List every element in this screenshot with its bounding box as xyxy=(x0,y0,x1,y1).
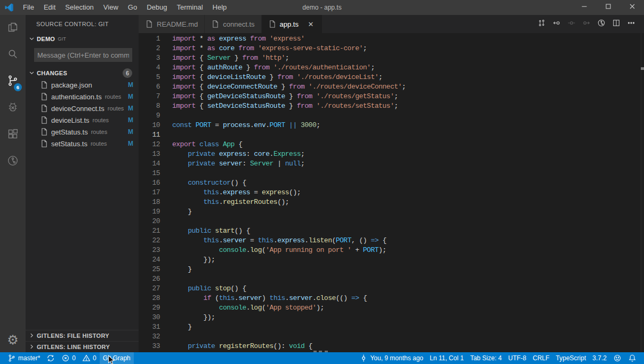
activity-item-debug[interactable] xyxy=(0,95,26,122)
code-line[interactable]: 24 }); xyxy=(139,255,644,265)
status-0[interactable]: 0 xyxy=(79,352,100,364)
code-line[interactable]: 31 } xyxy=(139,322,644,332)
status-typescript[interactable]: TypeScript xyxy=(553,352,590,364)
file-row-package.json[interactable]: package.jsonM xyxy=(26,79,139,91)
menu-edit[interactable]: Edit xyxy=(39,0,60,15)
code-line[interactable]: 30 }); xyxy=(139,313,644,322)
code-line[interactable]: 8import { setDeviceStatusRoute } from '.… xyxy=(139,101,644,111)
git-graph-view-button[interactable] xyxy=(594,17,609,31)
tab-connect.ts[interactable]: connect.ts xyxy=(205,15,261,33)
code-line[interactable]: 22 this.server = this.express.listen(POR… xyxy=(139,236,644,246)
maximize-icon xyxy=(604,2,613,13)
code-line[interactable]: 15 xyxy=(139,169,644,178)
menu-view[interactable]: View xyxy=(99,0,123,15)
split-editor-button[interactable] xyxy=(609,17,624,31)
code-line[interactable]: 7import { getDeviceStatusRoute } from '.… xyxy=(139,92,644,101)
git-status-badge: M xyxy=(128,105,133,112)
code-line[interactable]: 11 xyxy=(139,130,644,140)
status-notifications-bell[interactable] xyxy=(625,352,640,364)
code-line[interactable]: 1import * as express from 'express' xyxy=(139,34,644,44)
clipped-line-fragment xyxy=(313,351,317,352)
activity-item-explorer[interactable] xyxy=(0,15,26,42)
code-line[interactable]: 9 xyxy=(139,111,644,121)
file-icon xyxy=(40,128,49,136)
tab-app.ts[interactable]: app.ts✕ xyxy=(262,15,323,33)
more-actions-button[interactable] xyxy=(624,17,639,31)
code-line[interactable]: 23 console.log('App running on port ' + … xyxy=(139,246,644,255)
status-git-graph[interactable]: Git Graph xyxy=(100,352,134,364)
file-row-getStatus.ts[interactable]: getStatus.tsroutesM xyxy=(26,126,139,138)
code-line[interactable]: 5import { deviceListRoute } from './rout… xyxy=(139,73,644,82)
activity-item-source-control[interactable]: 6 xyxy=(0,68,26,95)
code-line[interactable]: 12export class App { xyxy=(139,140,644,149)
vscode-logo-icon xyxy=(4,3,14,12)
code-line[interactable]: 25 } xyxy=(139,265,644,274)
code-line[interactable]: 21 public start() { xyxy=(139,226,644,236)
code-line[interactable]: 13 private express: core.Express; xyxy=(139,149,644,159)
code-line[interactable]: 17 this.express = express(); xyxy=(139,188,644,197)
code-line[interactable]: 28 if (this.server) this.server.close(()… xyxy=(139,294,644,303)
status-utf-8[interactable]: UTF-8 xyxy=(505,352,529,364)
maximize-window-button[interactable] xyxy=(596,0,620,15)
changes-section-header[interactable]: CHANGES 6 xyxy=(26,67,139,79)
code-line[interactable]: 32 xyxy=(139,332,644,342)
code-line[interactable]: 3import { Server } from 'http'; xyxy=(139,53,644,63)
activity-item-extensions[interactable] xyxy=(0,122,26,148)
status-you-9-months-ago[interactable]: You, 9 months ago xyxy=(356,352,426,364)
code-editor[interactable]: 1import * as express from 'express'2impo… xyxy=(139,33,644,352)
menu-selection[interactable]: Selection xyxy=(60,0,98,15)
gitlens-file-history-panel[interactable]: GITLENS: FILE HISTORY xyxy=(26,330,139,341)
code-line[interactable]: 29 console.log('App stopped'); xyxy=(139,303,644,313)
minimize-window-button[interactable] xyxy=(572,0,596,15)
editor-group: README.mdconnect.tsapp.ts✕ 1import * as … xyxy=(139,15,644,352)
previous-diff-button xyxy=(564,17,579,31)
code-line[interactable]: 4import { authRoute } from './routes/aut… xyxy=(139,63,644,73)
status-crlf[interactable]: CRLF xyxy=(529,352,552,364)
code-line[interactable]: 33 private registerRoutes(): void { xyxy=(139,342,644,351)
menu-help[interactable]: Help xyxy=(208,0,232,15)
line-number: 4 xyxy=(139,63,160,73)
close-tab-icon[interactable]: ✕ xyxy=(306,20,316,28)
close-window-button[interactable] xyxy=(620,0,644,15)
code-line[interactable]: 20 xyxy=(139,217,644,226)
status-sync[interactable] xyxy=(43,352,58,364)
status-label: TypeScript xyxy=(556,354,586,362)
status-3-7-2[interactable]: 3.7.2 xyxy=(589,352,610,364)
file-path-hint: routes xyxy=(91,140,107,147)
line-text: console.log('App running on port ' + POR… xyxy=(172,246,644,255)
previous-change-button[interactable] xyxy=(549,17,564,31)
commit-message-input[interactable] xyxy=(34,48,132,62)
code-line[interactable]: 2import * as core from 'express-serve-st… xyxy=(139,44,644,53)
repo-provider-row[interactable]: DEMO GIT xyxy=(26,33,139,45)
menu-terminal[interactable]: Terminal xyxy=(172,0,207,15)
activity-item-search[interactable] xyxy=(0,42,26,68)
code-line[interactable]: 19 } xyxy=(139,207,644,217)
code-line[interactable]: 16 constructor() { xyxy=(139,178,644,188)
code-line[interactable]: 14 private server: Server | null; xyxy=(139,159,644,169)
file-row-deviceList.ts[interactable]: deviceList.tsroutesM xyxy=(26,114,139,126)
file-row-authentication.ts[interactable]: authentication.tsroutesM xyxy=(26,91,139,102)
open-changes-icon xyxy=(537,19,546,29)
activity-item-git-graph[interactable] xyxy=(0,148,26,175)
menu-go[interactable]: Go xyxy=(123,0,142,15)
settings-gear-button[interactable]: ⚙ xyxy=(0,328,26,352)
tab-README.md[interactable]: README.md xyxy=(139,15,205,33)
open-changes-button[interactable] xyxy=(534,17,549,31)
code-line[interactable]: 10const PORT = process.env.PORT || 3000; xyxy=(139,121,644,130)
file-row-setStatus.ts[interactable]: setStatus.tsroutesM xyxy=(26,138,139,149)
file-row-deviceConnect.ts[interactable]: deviceConnect.tsroutesM xyxy=(26,102,139,114)
code-line[interactable]: 27 public stop() { xyxy=(139,284,644,294)
code-line[interactable]: 18 this.registerRoutes(); xyxy=(139,197,644,207)
overview-ruler[interactable] xyxy=(641,33,644,352)
status-master[interactable]: master* xyxy=(4,352,43,364)
status-ln-11-col-1[interactable]: Ln 11, Col 1 xyxy=(426,352,467,364)
menu-debug[interactable]: Debug xyxy=(142,0,172,15)
code-line[interactable]: 6import { deviceConnectRoute } from './r… xyxy=(139,82,644,92)
menu-file[interactable]: File xyxy=(18,0,39,15)
menu-bar: FileEditSelectionViewGoDebugTerminalHelp xyxy=(18,0,231,15)
gitlens-line-history-panel[interactable]: GITLENS: LINE HISTORY xyxy=(26,341,139,352)
code-line[interactable]: 26 xyxy=(139,274,644,284)
status-0[interactable]: 0 xyxy=(58,352,79,364)
status-tab-size-4[interactable]: Tab Size: 4 xyxy=(467,352,505,364)
status-feedback-smiley[interactable] xyxy=(610,352,625,364)
